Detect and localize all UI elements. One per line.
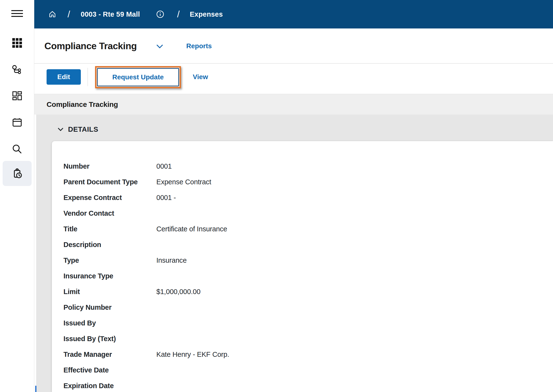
sidebar-item-dashboard[interactable] (3, 84, 32, 109)
section-title: Compliance Tracking (47, 100, 118, 109)
clipboard-clock-icon (11, 168, 23, 180)
breadcrumb-section[interactable]: Expenses (190, 10, 223, 18)
field-row: Limit $1,000,000.00 (63, 284, 553, 300)
details-title: DETAILS (68, 126, 98, 133)
hamburger-menu-icon[interactable] (11, 10, 23, 18)
reports-link[interactable]: Reports (186, 42, 212, 50)
field-row: Vendor Contact (63, 205, 553, 221)
field-row: Issued By (Text) (63, 331, 553, 347)
field-list: Number 0001 Parent Document Type Expense… (52, 141, 553, 392)
field-label: Vendor Contact (63, 209, 156, 217)
field-label: Policy Number (63, 303, 156, 311)
divider (88, 68, 88, 86)
field-row: Type Insurance (63, 252, 553, 268)
field-label: Description (63, 241, 156, 249)
edit-button[interactable]: Edit (47, 69, 81, 85)
field-row: Policy Number (63, 300, 553, 315)
field-label: Insurance Type (63, 272, 156, 280)
field-label: Expiration Date (63, 382, 156, 390)
sidebar-item-compliance[interactable] (3, 161, 32, 186)
field-label: Parent Document Type (63, 178, 156, 186)
sidebar-item-calendar[interactable] (3, 110, 32, 135)
sidebar (0, 0, 34, 392)
field-label: Expense Contract (63, 194, 156, 202)
request-update-button[interactable]: Request Update (97, 68, 179, 86)
field-row: Trade Manager Kate Henry - EKF Corp. (63, 347, 553, 362)
hierarchy-icon (11, 64, 23, 76)
sidebar-item-apps[interactable] (3, 30, 32, 56)
field-row: Effective Date (63, 362, 553, 378)
field-row: Expense Contract 0001 - (63, 190, 553, 205)
toolbar: Edit Request Update View (34, 64, 553, 94)
breadcrumb-separator: / (68, 9, 70, 20)
field-value: Expense Contract (156, 178, 211, 186)
calendar-icon (11, 117, 23, 128)
details-header[interactable]: DETAILS (57, 126, 98, 133)
sidebar-item-hierarchy[interactable] (3, 57, 32, 83)
breadcrumb-separator: / (177, 9, 180, 20)
home-icon[interactable] (48, 10, 57, 19)
app-root: / 0003 - Rte 59 Mall / Expenses Complian… (0, 0, 553, 392)
topbar: / 0003 - Rte 59 Mall / Expenses (34, 0, 553, 28)
section-header-band: Compliance Tracking (34, 94, 553, 115)
field-row: Issued By (63, 315, 553, 331)
field-label: Issued By (Text) (63, 335, 156, 343)
info-icon[interactable] (156, 10, 165, 19)
chevron-down-icon[interactable] (156, 44, 163, 49)
field-value: Kate Henry - EKF Corp. (156, 350, 229, 358)
field-row: Number 0001 (63, 159, 553, 174)
field-label: Type (63, 256, 156, 264)
breadcrumb-property[interactable]: 0003 - Rte 59 Mall (81, 10, 140, 18)
field-value: Certificate of Insurance (156, 225, 227, 233)
field-row: Description (63, 237, 553, 252)
page-title: Compliance Tracking (44, 41, 137, 51)
field-value: $1,000,000.00 (156, 288, 201, 296)
annotation-highlight: Request Update (95, 66, 181, 88)
field-row: Title Certificate of Insurance (63, 221, 553, 237)
field-value: 0001 (156, 162, 172, 170)
field-label: Limit (63, 288, 156, 296)
search-icon (11, 143, 23, 155)
view-button[interactable]: View (193, 64, 208, 90)
text-cursor-artifact (35, 386, 36, 392)
field-value: Insurance (156, 256, 187, 264)
field-label: Title (63, 225, 156, 233)
field-label: Issued By (63, 319, 156, 327)
dashboard-icon (12, 91, 23, 102)
field-label: Trade Manager (63, 350, 156, 358)
field-row: Parent Document Type Expense Contract (63, 174, 553, 190)
field-row: Expiration Date (63, 378, 553, 392)
sidebar-item-search[interactable] (3, 137, 32, 162)
details-card: Number 0001 Parent Document Type Expense… (52, 141, 553, 392)
field-row: Insurance Type (63, 268, 553, 284)
field-value: 0001 - (156, 194, 176, 202)
chevron-down-icon (57, 127, 64, 132)
field-label: Effective Date (63, 366, 156, 374)
field-label: Number (63, 162, 156, 170)
title-band: Compliance Tracking Reports (34, 28, 553, 63)
apps-grid-icon (12, 37, 23, 49)
